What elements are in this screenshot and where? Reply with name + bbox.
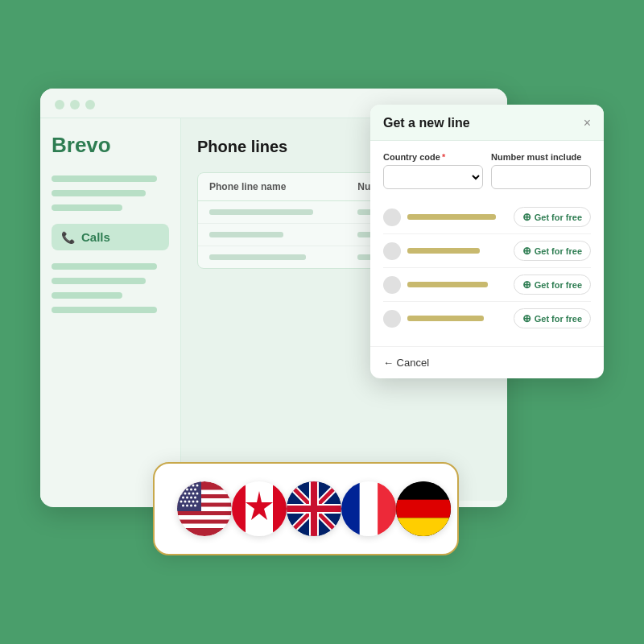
svg-point-18 [188,493,191,495]
svg-rect-54 [396,500,451,518]
phone-row-line-4 [407,316,484,321]
svg-rect-48 [287,506,341,512]
sidebar-item-calls[interactable]: 📞 Calls [52,224,169,250]
plus-circle-icon-2: ⊕ [522,245,531,257]
svg-point-17 [184,493,187,495]
svg-point-19 [192,493,195,495]
cell-name-line-1 [209,209,313,215]
sidebar-decoration-4 [52,263,157,270]
svg-point-33 [194,505,196,507]
phone-line-row-3: ⊕ Get for free [383,268,591,302]
calls-label: Calls [81,230,110,244]
flag-de[interactable] [396,481,451,536]
svg-point-26 [184,501,187,503]
window-dot-3 [85,100,95,109]
phone-row-line-3 [407,282,488,287]
plus-circle-icon-3: ⊕ [522,279,531,291]
phone-row-left-3 [383,276,488,294]
get-free-button-2[interactable]: ⊕ Get for free [514,241,591,261]
cancel-button[interactable]: ← Cancel [383,357,591,369]
phone-row-circle-3 [383,276,401,294]
plus-circle-icon-4: ⊕ [522,312,531,324]
modal-body: Country code * 🇺🇸 +1 (US) 🇨🇦 +1 (CA) 🇬🇧 … [370,141,604,346]
svg-point-32 [190,505,192,507]
sidebar-decoration-3 [52,204,122,211]
flag-uk[interactable] [287,481,341,536]
cell-name-line-3 [209,254,306,260]
svg-point-16 [180,493,183,495]
phone-row-left-4 [383,310,484,328]
svg-point-20 [196,493,199,495]
phone-line-row-2: ⊕ Get for free [383,234,591,268]
svg-point-28 [192,501,195,503]
sidebar-decoration-1 [52,175,157,182]
get-new-line-modal: Get a new line × Country code * 🇺🇸 +1 (U… [370,105,604,378]
number-include-group: Number must include [491,152,591,189]
flag-ca[interactable] [232,481,287,536]
get-free-button-3[interactable]: ⊕ Get for free [514,275,591,295]
svg-point-10 [192,485,195,487]
flags-panel [153,462,459,555]
close-button[interactable]: × [584,117,591,130]
get-free-button-1[interactable]: ⊕ Get for free [514,207,591,227]
svg-point-11 [196,485,199,487]
phone-line-row-1: ⊕ Get for free [383,200,591,234]
plus-circle-icon-1: ⊕ [522,211,531,223]
flag-fr[interactable] [341,481,396,536]
phone-icon: 📞 [61,231,75,244]
svg-rect-5 [177,524,232,529]
phone-line-row-4: ⊕ Get for free [383,302,591,335]
svg-point-7 [180,485,183,487]
phone-row-left-2 [383,242,480,260]
svg-point-22 [186,497,188,499]
sidebar-lower-lines [52,263,169,313]
svg-point-23 [190,497,192,499]
svg-point-31 [186,505,188,507]
sidebar-decoration-7 [52,307,157,313]
form-row: Country code * 🇺🇸 +1 (US) 🇨🇦 +1 (CA) 🇬🇧 … [383,152,591,189]
svg-point-14 [190,489,192,491]
svg-point-12 [182,489,184,491]
sidebar-decoration-5 [52,278,146,284]
window-dot-2 [70,100,80,109]
brand-logo: Brevo [52,133,169,158]
window-dot-1 [55,100,64,109]
phone-row-line-2 [407,248,480,254]
svg-rect-51 [378,481,396,536]
svg-rect-36 [232,481,246,536]
number-include-label: Number must include [491,152,591,162]
number-include-input[interactable] [491,165,591,189]
modal-title: Get a new line [383,116,470,130]
phone-row-circle-1 [383,208,401,226]
country-code-group: Country code * 🇺🇸 +1 (US) 🇨🇦 +1 (CA) 🇬🇧 … [383,152,483,189]
svg-rect-55 [396,518,451,536]
required-star: * [442,152,445,162]
get-free-button-4[interactable]: ⊕ Get for free [514,308,591,328]
sidebar-decoration-6 [52,292,122,299]
phone-row-circle-2 [383,242,401,260]
phone-row-circle-4 [383,310,401,328]
svg-point-24 [194,497,196,499]
phone-row-left-1 [383,208,496,226]
svg-point-8 [184,485,187,487]
svg-point-13 [186,489,188,491]
svg-rect-37 [273,481,287,536]
sidebar-decoration-2 [52,190,146,196]
col-phone-line-name: Phone line name [209,181,357,192]
modal-footer: ← Cancel [370,346,604,378]
phone-row-line-1 [407,214,496,220]
country-code-select[interactable]: 🇺🇸 +1 (US) 🇨🇦 +1 (CA) 🇬🇧 +44 🇫🇷 +33 🇩🇪 +… [383,165,483,189]
country-code-label: Country code * [383,152,483,162]
svg-point-21 [182,497,184,499]
svg-point-9 [188,485,191,487]
modal-header: Get a new line × [370,105,604,141]
svg-rect-4 [177,515,232,520]
svg-point-29 [196,501,199,503]
svg-point-25 [180,501,183,503]
svg-point-27 [188,501,191,503]
svg-point-30 [182,505,184,507]
sidebar: Brevo 📞 Calls [40,118,181,501]
scene: Brevo 📞 Calls Phone lines [40,89,604,555]
cell-name-line-2 [209,232,283,237]
flag-us[interactable] [177,481,232,536]
